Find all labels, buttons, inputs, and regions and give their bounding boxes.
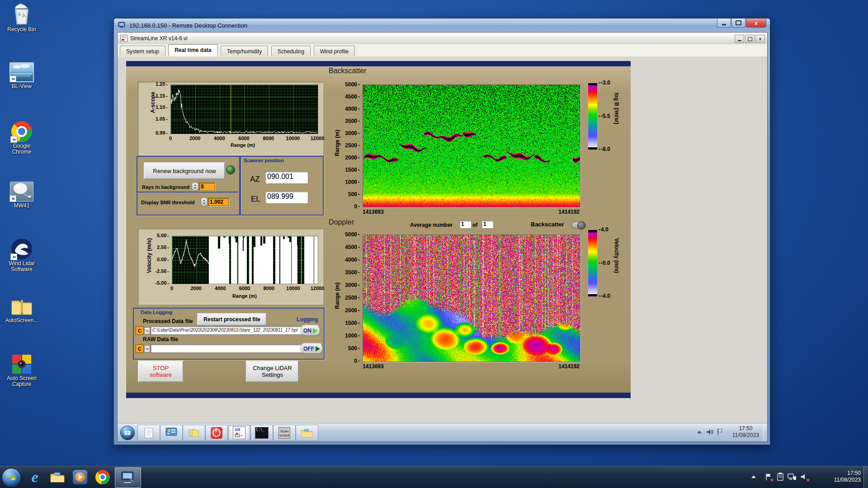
local-taskbar-explorer-button[interactable] bbox=[47, 467, 68, 487]
desktop-icon-mw41[interactable]: MW41 bbox=[4, 182, 40, 209]
raw-path-field[interactable] bbox=[151, 344, 302, 353]
axis-tick-label: 6000 bbox=[239, 286, 250, 291]
app-maximize-button[interactable] bbox=[745, 35, 755, 43]
desktop-icon-wind-lidar-software[interactable]: Wind Lidar Software bbox=[4, 239, 40, 272]
chrome-icon bbox=[95, 470, 110, 484]
raw-drive-selector[interactable]: C bbox=[136, 344, 144, 353]
snr-value-field[interactable]: 1.002 bbox=[208, 198, 229, 206]
snr-spinner[interactable]: ▲▼ bbox=[201, 197, 208, 206]
tab-bar: System setup Real time data Temp/humidit… bbox=[118, 44, 767, 57]
processed-drive-selector[interactable]: C bbox=[136, 326, 144, 335]
remote-tray-volume-icon[interactable] bbox=[706, 428, 714, 436]
command-prompt-icon: C:\_ bbox=[255, 427, 269, 439]
app-minimize-button[interactable] bbox=[735, 35, 744, 43]
doppler-plot-title: Doppler bbox=[329, 218, 354, 226]
axis-tick-label: 1500 bbox=[340, 167, 360, 173]
remote-taskbar-scan-scheduler-button[interactable]: Scansched bbox=[273, 425, 296, 441]
processed-logging-on-button[interactable]: ON bbox=[300, 325, 321, 336]
local-taskbar-rdp-button[interactable] bbox=[115, 467, 141, 488]
local-tray-volume-icon[interactable]: ✕ bbox=[800, 472, 808, 481]
axis-tick-label: 1000 bbox=[340, 333, 360, 339]
axis-tick-label: 5000 bbox=[340, 81, 360, 88]
remote-taskbar-sticky-notes-button[interactable] bbox=[183, 425, 205, 441]
velocity-plot-canvas bbox=[172, 236, 318, 284]
raw-logging-off-button[interactable]: OFF bbox=[300, 343, 323, 354]
on-button-label: ON bbox=[303, 328, 311, 334]
remote-taskbar-stop-app-button[interactable] bbox=[205, 425, 228, 441]
backscatter-toggle-switch[interactable] bbox=[571, 222, 586, 229]
colorbar-tick-label: -4.0 bbox=[599, 293, 610, 299]
raw-data-file-label: RAW Data file bbox=[143, 336, 178, 343]
scanner-position-group: Scanner position AZ 090.001 EL 089.999 bbox=[239, 156, 324, 216]
app-titlebar[interactable]: StreamLine XR v14-6.vi x bbox=[118, 33, 767, 45]
remote-tray-clock[interactable]: 17:50 11/08/2023 bbox=[732, 425, 759, 439]
desktop-icon-recycle-bin[interactable]: Recycle Bin bbox=[4, 3, 40, 33]
backscatter-colorbar-label: log B (/m/sr) bbox=[613, 93, 620, 124]
tab-temp-humidity[interactable]: Temp/humidity bbox=[221, 46, 268, 56]
remote-taskbar-explorer-button[interactable] bbox=[296, 425, 318, 441]
desktop-icon-label: Recycle Bin bbox=[4, 27, 40, 33]
local-tray-show-hidden-icons-button[interactable] bbox=[751, 475, 756, 478]
tab-real-time-data[interactable]: Real time data bbox=[168, 44, 217, 56]
local-tray-clock[interactable]: 17:50 11/08/2023 bbox=[834, 470, 861, 483]
backscatter-x-start-label: 1413693 bbox=[363, 209, 384, 215]
remote-tray-action-center-icon[interactable] bbox=[717, 428, 724, 436]
tab-wind-profile[interactable]: Wind profile bbox=[314, 46, 355, 56]
average-number-field[interactable]: 1 bbox=[459, 221, 472, 229]
local-taskbar-internet-explorer-button[interactable]: e bbox=[24, 467, 45, 487]
remote-show-desktop-button[interactable] bbox=[763, 423, 767, 441]
axis-tick-label: 3500 bbox=[340, 118, 360, 124]
remote-taskbar-control-panel-button[interactable] bbox=[160, 425, 183, 441]
data-logging-title: Data Logging bbox=[141, 310, 172, 315]
remote-tray-show-hidden-icons-button[interactable] bbox=[697, 431, 702, 433]
stop-button-line2: software bbox=[150, 371, 172, 378]
axis-tick-label: -2.50 bbox=[152, 268, 169, 274]
el-label: EL bbox=[251, 195, 260, 204]
axis-tick-label: 2.50 bbox=[152, 244, 169, 250]
rdp-close-button[interactable]: x bbox=[746, 19, 766, 28]
desktop-icon-auto-screen-capture[interactable]: Auto Screen Capture bbox=[4, 354, 40, 387]
mw41-icon bbox=[10, 182, 33, 202]
desktop-icon-bl-view[interactable]: BL-View bbox=[4, 62, 40, 89]
average-total-field[interactable]: 1 bbox=[481, 221, 494, 229]
rdp-maximize-button[interactable] bbox=[731, 19, 745, 28]
app-close-button[interactable]: x bbox=[755, 35, 765, 43]
remote-taskbar-cmd-button[interactable]: C:\_ bbox=[250, 425, 273, 441]
remote-taskbar-notepad-button[interactable] bbox=[137, 425, 160, 441]
change-lidar-settings-button[interactable]: Change LiDAR Settings bbox=[246, 361, 299, 382]
colorbar-tick-label: -5.5 bbox=[599, 113, 610, 119]
off-led-icon bbox=[316, 346, 320, 352]
remote-taskbar-streamline-xr-button[interactable]: XR bbox=[228, 425, 250, 441]
axis-tick-label: 1.10 bbox=[151, 104, 168, 110]
logging-label: Logging bbox=[297, 316, 318, 323]
local-taskbar-chrome-button[interactable] bbox=[92, 467, 113, 487]
local-tray-rdp-session-icon[interactable] bbox=[777, 472, 784, 481]
renew-background-button[interactable]: Renew background now bbox=[144, 162, 225, 179]
local-tray-action-center-icon[interactable]: ✕ bbox=[765, 472, 772, 481]
rays-value-field[interactable]: 8 bbox=[199, 183, 215, 191]
restart-processed-file-button[interactable]: Restart processed file bbox=[197, 313, 267, 326]
axis-tick-label: 12000 bbox=[311, 286, 325, 291]
local-taskbar-media-player-button[interactable] bbox=[70, 467, 90, 487]
stop-software-button[interactable]: STOP software bbox=[138, 361, 184, 382]
local-start-button[interactable] bbox=[2, 468, 21, 487]
doppler-x-start-label: 1413693 bbox=[363, 363, 384, 370]
tab-system-setup[interactable]: System setup bbox=[120, 46, 165, 56]
axis-tick-label: 2000 bbox=[340, 155, 360, 161]
processed-path-field[interactable]: C:\Lidar\Data\Proc\2023\202308\20230811\… bbox=[151, 326, 302, 335]
desktop-icon-autoscreen-zip[interactable]: AutoScreen... bbox=[4, 297, 40, 324]
remote-start-button[interactable] bbox=[120, 426, 135, 440]
control-panel-icon bbox=[165, 427, 177, 439]
local-tray-network-icon[interactable] bbox=[788, 472, 797, 481]
desktop-icon-google-chrome[interactable]: Google Chrome bbox=[4, 121, 40, 155]
axis-tick-label: 4500 bbox=[340, 244, 360, 250]
axis-tick-label: 8000 bbox=[263, 286, 274, 291]
rdp-minimize-button[interactable] bbox=[717, 19, 731, 28]
axis-tick-label: 1500 bbox=[340, 320, 360, 326]
rdp-titlebar[interactable]: 192.168.0.150 - Remote Desktop Connectio… bbox=[114, 19, 770, 32]
windows-logo-icon bbox=[7, 474, 16, 482]
average-number-label: Average number bbox=[410, 222, 453, 228]
rays-spinner[interactable]: ▲▼ bbox=[192, 182, 198, 191]
tab-scheduling[interactable]: Scheduling bbox=[271, 46, 311, 56]
local-show-desktop-button[interactable] bbox=[863, 466, 868, 488]
